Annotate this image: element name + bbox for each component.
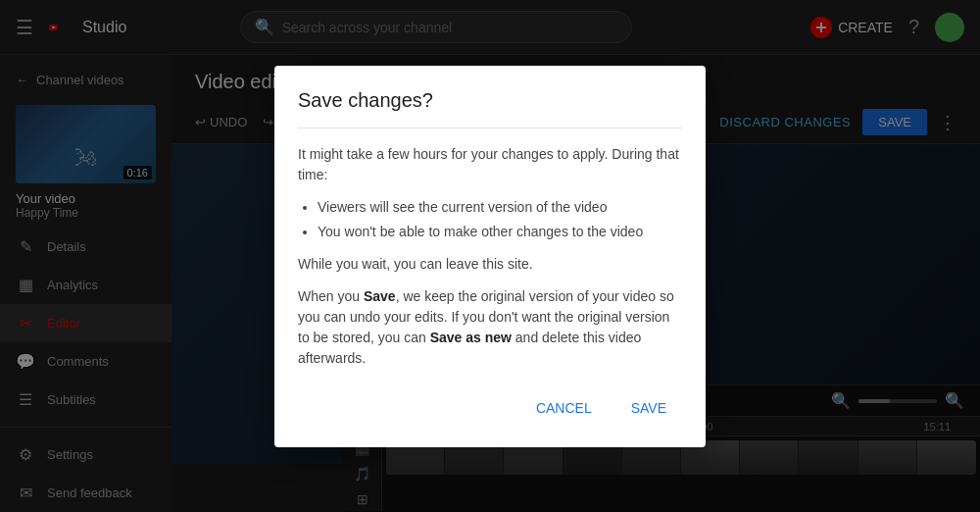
dialog-overlay: Save changes? It might take a few hours … — [0, 0, 980, 512]
dialog-note: While you wait, you can leave this site. — [298, 254, 682, 275]
save-dialog: Save changes? It might take a few hours … — [274, 66, 706, 447]
dialog-intro: It might take a few hours for your chang… — [298, 144, 682, 185]
dialog-save-button[interactable]: SAVE — [615, 392, 682, 424]
dialog-bullets: Viewers will see the current version of … — [298, 197, 682, 242]
dialog-actions: CANCEL SAVE — [298, 392, 682, 424]
dialog-title: Save changes? — [298, 89, 682, 112]
dialog-bullet-1: Viewers will see the current version of … — [318, 197, 682, 218]
dialog-bullet-2: You won't be able to make other changes … — [318, 222, 682, 242]
dialog-body-text: When you Save, we keep the original vers… — [298, 286, 682, 369]
dialog-cancel-button[interactable]: CANCEL — [520, 392, 608, 424]
dialog-body: It might take a few hours for your chang… — [298, 144, 682, 369]
dialog-divider — [298, 128, 682, 128]
